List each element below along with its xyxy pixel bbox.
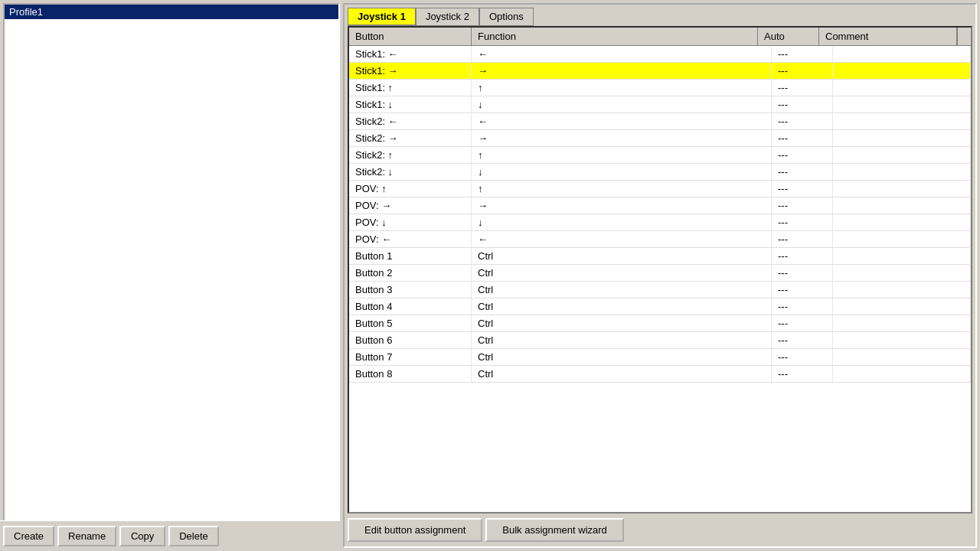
header-auto: Auto [758, 28, 819, 45]
cell-auto: --- [772, 282, 833, 298]
create-button[interactable]: Create [3, 526, 54, 546]
table-row[interactable]: POV: → → --- [349, 197, 971, 214]
table-row[interactable]: POV: ↓ ↓ --- [349, 214, 971, 231]
bottom-bar-left: Create Rename Copy Delete [0, 520, 340, 551]
cell-button: Button 7 [349, 349, 472, 365]
rename-button[interactable]: Rename [57, 526, 116, 546]
cell-comment [833, 282, 971, 298]
cell-comment [833, 197, 971, 214]
cell-comment [833, 96, 971, 112]
main-container: Profile1 Joystick 1 Joystick 2 Options B… [0, 0, 980, 551]
cell-comment [833, 80, 971, 96]
cell-function: Ctrl [472, 332, 772, 348]
cell-button: POV: ← [349, 231, 472, 247]
table-row[interactable]: Stick1: ← ← --- [349, 46, 971, 63]
tab-options[interactable]: Options [479, 8, 534, 26]
cell-function: ↑ [472, 80, 772, 96]
table-row[interactable]: Button 3 Ctrl --- [349, 282, 971, 298]
tab-joystick1[interactable]: Joystick 1 [348, 8, 416, 26]
table-row[interactable]: POV: ← ← --- [349, 231, 971, 248]
tab-joystick2[interactable]: Joystick 2 [416, 8, 479, 26]
table-row[interactable]: Stick1: → → --- [349, 63, 971, 80]
cell-button: Button 6 [349, 332, 472, 348]
cell-comment [833, 248, 971, 264]
delete-button[interactable]: Delete [168, 526, 219, 546]
edit-button-assignment[interactable]: Edit button assignment [348, 518, 482, 542]
header-function: Function [472, 28, 758, 45]
cell-function: ↓ [472, 214, 772, 230]
cell-function: ↓ [472, 164, 772, 180]
cell-function: Ctrl [472, 248, 772, 264]
cell-function: ← [472, 231, 772, 247]
table-row[interactable]: Button 6 Ctrl --- [349, 332, 971, 349]
cell-comment [833, 366, 971, 382]
table-row[interactable]: Stick2: → → --- [349, 130, 971, 147]
cell-function: ↑ [472, 147, 772, 163]
cell-function: Ctrl [472, 265, 772, 281]
cell-comment [833, 181, 971, 197]
cell-auto: --- [772, 248, 833, 264]
cell-button: Stick1: ↑ [349, 80, 472, 96]
cell-button: POV: → [349, 197, 472, 214]
left-panel: Profile1 [3, 3, 340, 548]
cell-button: Button 5 [349, 315, 472, 331]
table-row[interactable]: Button 1 Ctrl --- [349, 248, 971, 265]
right-panel: Joystick 1 Joystick 2 Options Button Fun… [343, 3, 977, 548]
cell-auto: --- [772, 315, 833, 331]
table-row[interactable]: Stick2: ↓ ↓ --- [349, 164, 971, 181]
cell-auto: --- [772, 147, 833, 163]
cell-button: Button 3 [349, 282, 472, 298]
cell-auto: --- [772, 349, 833, 365]
cell-button: Button 1 [349, 248, 472, 264]
cell-button: Button 2 [349, 265, 472, 281]
table-row[interactable]: Button 2 Ctrl --- [349, 265, 971, 282]
header-scroll-placeholder [957, 28, 971, 45]
cell-comment [833, 63, 971, 79]
table-row[interactable]: Button 4 Ctrl --- [349, 298, 971, 315]
bottom-bar-right: Edit button assignment Bulk assignment w… [345, 514, 975, 546]
cell-function: → [472, 130, 772, 146]
table-body[interactable]: Stick1: ← ← --- Stick1: → → --- Stick1: … [349, 46, 971, 512]
cell-function: Ctrl [472, 366, 772, 382]
table-row[interactable]: Button 5 Ctrl --- [349, 315, 971, 332]
cell-comment [833, 214, 971, 230]
table-row[interactable]: POV: ↑ ↑ --- [349, 181, 971, 197]
cell-comment [833, 265, 971, 281]
cell-auto: --- [772, 63, 833, 79]
cell-button: Button 8 [349, 366, 472, 382]
copy-button[interactable]: Copy [119, 526, 165, 546]
cell-button: Stick2: ← [349, 113, 472, 129]
cell-comment [833, 147, 971, 163]
cell-function: Ctrl [472, 349, 772, 365]
cell-function: ↑ [472, 181, 772, 197]
cell-function: ← [472, 113, 772, 129]
cell-function: → [472, 63, 772, 79]
cell-comment [833, 349, 971, 365]
cell-function: Ctrl [472, 282, 772, 298]
cell-comment [833, 130, 971, 146]
cell-button: Stick1: → [349, 63, 472, 79]
cell-comment [833, 46, 971, 62]
table-row[interactable]: Stick1: ↑ ↑ --- [349, 80, 971, 96]
cell-auto: --- [772, 130, 833, 146]
table-row[interactable]: Stick1: ↓ ↓ --- [349, 96, 971, 113]
cell-auto: --- [772, 113, 833, 129]
table-row[interactable]: Stick2: ← ← --- [349, 113, 971, 130]
cell-auto: --- [772, 214, 833, 230]
cell-auto: --- [772, 231, 833, 247]
cell-button: Button 4 [349, 298, 472, 315]
cell-button: Stick2: ↓ [349, 164, 472, 180]
cell-auto: --- [772, 265, 833, 281]
cell-button: Stick2: ↑ [349, 147, 472, 163]
cell-comment [833, 315, 971, 331]
table-row[interactable]: Button 8 Ctrl --- [349, 366, 971, 383]
cell-button: POV: ↓ [349, 214, 472, 230]
cell-button: POV: ↑ [349, 181, 472, 197]
cell-auto: --- [772, 197, 833, 214]
cell-button: Stick1: ← [349, 46, 472, 62]
cell-comment [833, 332, 971, 348]
bulk-assignment-wizard[interactable]: Bulk assignment wizard [485, 518, 624, 542]
table-row[interactable]: Button 7 Ctrl --- [349, 349, 971, 366]
cell-auto: --- [772, 96, 833, 112]
table-row[interactable]: Stick2: ↑ ↑ --- [349, 147, 971, 164]
